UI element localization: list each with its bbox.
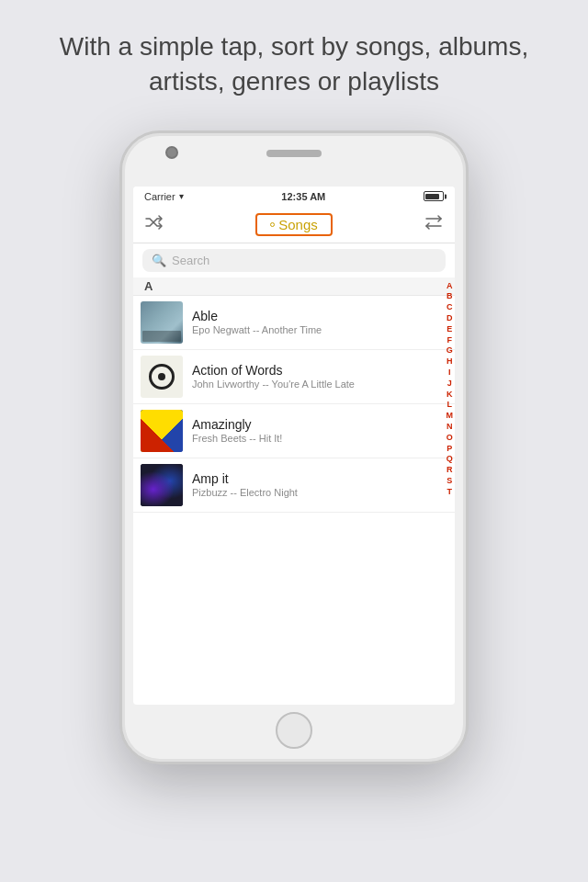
phone-screen: Carrier ▾ 12:35 AM [133,187,455,705]
song-subtitle-able: Epo Negwatt -- Another Time [192,324,446,335]
alpha-letter-o[interactable]: O [447,433,453,443]
alpha-letter-h[interactable]: H [447,356,453,367]
search-icon: 🔍 [152,254,166,267]
phone-button-vol-down [119,326,121,372]
alpha-letter-f[interactable]: F [447,335,453,345]
album-art-able [141,301,183,344]
alpha-letter-g[interactable]: G [447,345,453,356]
phone-button-vol-up [119,269,121,315]
phone-wrapper: Carrier ▾ 12:35 AM [0,121,588,764]
screen-content: Carrier ▾ 12:35 AM [133,187,455,705]
section-header-a: A [133,277,455,296]
alpha-letter-p[interactable]: P [447,444,452,454]
song-title-action: Action of Words [192,363,446,378]
album-art-action [141,356,183,398]
shuffle-icon[interactable] [144,215,164,233]
status-battery [424,191,444,201]
status-bar: Carrier ▾ 12:35 AM [133,187,455,207]
nav-title-label: Songs [278,217,318,232]
alpha-letter-t[interactable]: T [447,487,453,497]
nav-bar: Songs [133,207,455,243]
song-subtitle-amp: Pizbuzz -- Electro Night [192,487,446,498]
song-info-amp: Amp it Pizbuzz -- Electro Night [192,471,446,498]
song-item-able[interactable]: Able Epo Negwatt -- Another Time [133,296,455,350]
alpha-letter-a[interactable]: A [447,281,453,291]
battery-body [424,191,444,201]
song-info-action: Action of Words John Livworthy -- You're… [192,363,446,390]
song-subtitle-action: John Livworthy -- You're A Little Late [192,379,446,390]
phone-camera [165,146,178,159]
carrier-label: Carrier [144,191,175,202]
nav-title[interactable]: Songs [255,213,333,236]
song-title-amazingly: Amazingly [192,417,446,432]
song-item-amp[interactable]: Amp it Pizbuzz -- Electro Night [133,458,455,513]
search-bar[interactable]: 🔍 Search [142,249,446,272]
alpha-letter-r[interactable]: R [447,465,453,475]
alpha-letter-j[interactable]: J [447,379,452,389]
album-art-amazingly [141,410,183,452]
phone-button-power [467,280,469,345]
search-placeholder: Search [172,254,209,267]
phone-home-button[interactable] [276,712,312,749]
alpha-letter-b[interactable]: B [447,291,453,301]
song-title-amp: Amp it [192,471,446,486]
alpha-letter-m[interactable]: M [447,411,454,421]
alpha-letter-l[interactable]: L [447,400,453,410]
alpha-letter-e[interactable]: E [447,324,452,334]
nav-title-dot [270,222,275,227]
alpha-letter-c[interactable]: C [447,302,453,312]
song-item-amazingly[interactable]: Amazingly Fresh Beets -- Hit It! [133,404,455,458]
phone-device: Carrier ▾ 12:35 AM [119,130,469,764]
song-item-action[interactable]: Action of Words John Livworthy -- You're… [133,350,455,404]
song-info-amazingly: Amazingly Fresh Beets -- Hit It! [192,417,446,444]
battery-fill [425,194,438,199]
alpha-letter-n[interactable]: N [447,422,453,432]
alpha-letter-i[interactable]: I [448,368,451,378]
promo-header: With a simple tap, sort by songs, albums… [0,0,588,121]
phone-button-mute [119,225,121,251]
alpha-letter-k[interactable]: K [447,390,453,400]
alphabet-index[interactable]: ABCDEFGHIJKLMNOPQRST [447,277,454,705]
song-title-able: Able [192,309,446,323]
alpha-letter-q[interactable]: Q [447,454,453,464]
album-art-action-inner [149,364,175,390]
song-subtitle-amazingly: Fresh Beets -- Hit It! [192,433,446,444]
alpha-letter-d[interactable]: D [447,313,453,323]
song-info-able: Able Epo Negwatt -- Another Time [192,309,446,335]
album-art-amp [141,464,183,506]
alpha-letter-s[interactable]: S [447,476,452,486]
wifi-icon: ▾ [179,191,184,201]
song-list-area: A Able Epo Negwatt -- Another Time [133,277,455,705]
status-time: 12:35 AM [281,191,325,202]
repeat-icon[interactable] [424,215,444,233]
status-carrier: Carrier ▾ [144,191,184,202]
